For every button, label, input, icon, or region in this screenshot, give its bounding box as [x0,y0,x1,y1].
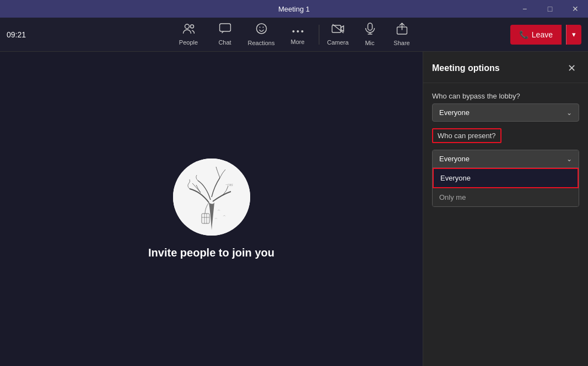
window-controls: − □ ✕ [512,0,588,18]
toolbar-center: People Chat Reactions [171,19,417,50]
reactions-label: Reactions [248,40,275,46]
chat-label: Chat [218,39,231,46]
present-dropdown: Everyone ⌄ Everyone Only me [432,150,579,207]
svg-point-5 [301,30,303,32]
close-button[interactable]: ✕ [563,0,588,18]
leave-dropdown-button[interactable]: ▾ [566,25,581,45]
options-body: Who can bypass the lobby? Everyone ⌄ Who… [423,83,588,216]
lobby-option-group: Who can bypass the lobby? Everyone ⌄ [432,92,579,122]
chat-icon [219,23,231,37]
present-label: Who can present? [432,128,501,143]
minimize-button[interactable]: − [512,0,537,18]
window-title: Meeting 1 [278,5,310,13]
lobby-value: Everyone [439,108,470,117]
options-title: Meeting options [432,63,500,73]
people-label: People [179,39,198,46]
toolbar: 09:21 People Chat [0,18,588,52]
title-bar: Meeting 1 − □ ✕ [0,0,588,18]
lobby-label: Who can bypass the lobby? [432,92,579,100]
invite-text: Invite people to join you [148,247,274,259]
share-button[interactable]: Share [386,19,417,50]
more-icon [292,24,304,36]
present-dropdown-header[interactable]: Everyone ⌄ [433,150,579,168]
options-header: Meeting options ✕ [423,52,588,83]
mic-label: Mic [365,40,374,46]
present-option-everyone[interactable]: Everyone [433,168,579,188]
svg-point-0 [185,24,189,29]
present-value: Everyone [439,155,470,163]
camera-label: Camera [327,39,348,46]
lobby-chevron-icon: ⌄ [567,109,572,117]
svg-point-3 [292,30,294,32]
share-icon [396,23,407,37]
phone-icon: 📞 [519,30,528,39]
present-option-only-me[interactable]: Only me [433,188,579,206]
toolbar-divider [319,25,319,45]
people-icon [182,23,195,37]
reactions-button[interactable]: Reactions [244,19,279,50]
more-label: More [290,39,304,45]
meeting-options-panel: Meeting options ✕ Who can bypass the lob… [423,52,588,366]
avatar: ~ras [173,159,250,236]
leave-label: Leave [532,30,553,39]
svg-rect-6 [332,25,341,32]
present-option-group: Who can present? Everyone ⌄ Everyone Onl… [432,128,579,207]
video-area: ~ras Invite people to join you [0,52,423,366]
present-chevron-icon: ⌄ [567,155,572,163]
more-button[interactable]: More [280,19,315,50]
camera-button[interactable]: Camera [322,19,353,50]
reactions-icon [255,23,267,37]
svg-point-1 [190,25,193,28]
lobby-dropdown[interactable]: Everyone ⌄ [432,103,579,122]
camera-icon [331,23,344,37]
mic-icon [364,23,375,37]
mic-button[interactable]: Mic [354,19,385,50]
chevron-down-icon: ▾ [572,30,576,39]
leave-button[interactable]: 📞 Leave [510,25,562,45]
chat-button[interactable]: Chat [207,19,242,50]
svg-rect-2 [219,24,230,31]
svg-point-4 [296,30,299,32]
close-options-button[interactable]: ✕ [564,61,579,76]
main-content: ~ras Invite people to join you Meeting o… [0,52,588,366]
people-button[interactable]: People [171,19,206,50]
avatar-art: ~ras [173,159,250,236]
svg-rect-8 [368,23,372,30]
svg-text:~ras: ~ras [225,183,233,187]
time-display: 09:21 [7,30,26,39]
share-label: Share [393,40,409,46]
restore-button[interactable]: □ [537,0,563,18]
toolbar-right: 📞 Leave ▾ [510,25,581,45]
